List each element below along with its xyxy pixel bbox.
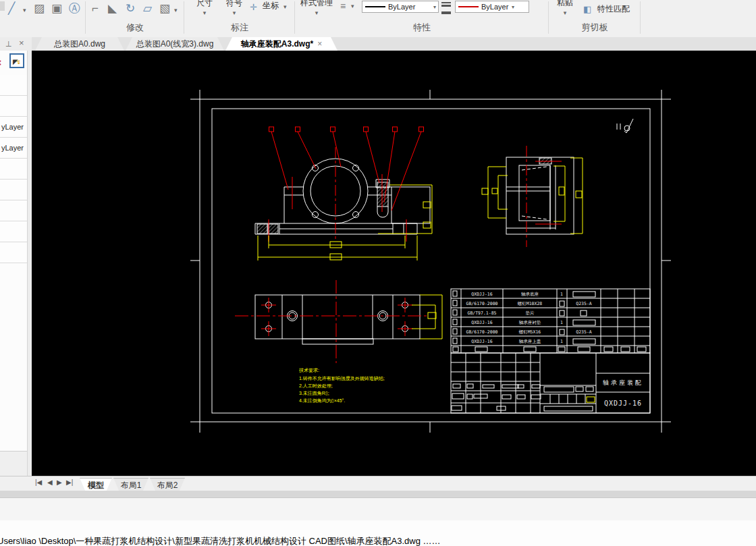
tab-layout1[interactable]: 布局1	[113, 478, 148, 492]
tech-line: 2.人工时效处理;	[299, 383, 333, 389]
doc-tab-2[interactable]: 总装图A0(线宽3).dwg	[126, 37, 224, 51]
line-icon[interactable]: ╱	[8, 1, 15, 16]
text-arc-icon[interactable]: Ⓐ	[69, 1, 80, 16]
match-properties-icon: ◧	[583, 2, 591, 17]
doc-tab-3-active[interactable]: 轴承座装配A3.dwg*×	[225, 37, 338, 51]
command-window[interactable]	[0, 497, 756, 521]
doc-tab-1[interactable]: 总装图A0.dwg	[35, 37, 124, 51]
ribbon-panel-modify: ⌐ ◣ ↻ ▱ ▧ ▾ 修改	[86, 0, 184, 37]
technical-requirements[interactable]: 技术要求: 1.铸件不允许有影响强度及外观铸造缺陷; 2.人工时效处理; 3.未…	[298, 368, 385, 404]
color-value: ByLayer	[481, 3, 510, 11]
bom-code: GB/6170-2000	[466, 301, 498, 306]
color-sample	[458, 6, 479, 7]
last-tab-icon[interactable]: ▶|	[66, 479, 73, 486]
document-tab-bar: ⊤ × 总装图A0.dwg 总装图A0(线宽3).dwg 轴承座装配A3.dwg…	[0, 37, 756, 51]
linetype-value: ByLayer	[388, 3, 431, 11]
drawing-title[interactable]: 轴承座装配	[603, 379, 643, 386]
bom-name: 垫片	[526, 310, 535, 316]
match-properties-button[interactable]: 特性匹配	[593, 3, 634, 15]
dimension-text-box	[482, 188, 488, 194]
palette-header: ⊤ ×	[0, 37, 32, 51]
palette-row[interactable]	[0, 75, 27, 96]
dimension-text-box	[559, 187, 564, 195]
tech-line: 4.未注倒角均为▯×45°.	[299, 398, 345, 404]
modify-dropdown-icon[interactable]: ▾	[174, 7, 178, 13]
palette-scrollbar[interactable]	[27, 51, 32, 476]
palette-row[interactable]	[0, 221, 27, 242]
ribbon-panel-draw: ╱ ▾ ▨ ▣ Ⓐ	[3, 0, 84, 37]
coordinate-icon[interactable]: ✛	[250, 0, 257, 15]
hatch-icon[interactable]: ▨	[34, 1, 45, 16]
side-view-centerlines	[526, 146, 562, 247]
chamfer-icon[interactable]: ◣	[108, 1, 117, 16]
tech-line: 1.铸件不允许有影响强度及外观铸造缺陷;	[299, 376, 385, 381]
quick-select-icon[interactable]: ◤↯	[9, 53, 24, 68]
front-view[interactable]	[255, 159, 430, 234]
side-view-dimensions[interactable]	[482, 158, 583, 234]
palette-row[interactable]	[0, 242, 27, 263]
doc-tab-close-icon[interactable]: ×	[317, 39, 322, 49]
symbol-button[interactable]: 符号▾	[223, 0, 246, 16]
palette-row[interactable]	[0, 180, 27, 200]
cad-drawing[interactable]: QXDJJ-16 轴承底座 1 GB/6170-2000 螺钉M10X28 Q2…	[32, 51, 756, 476]
tab-layout1-label: 布局1	[121, 481, 142, 490]
line-dropdown-icon[interactable]: ▾	[23, 7, 26, 13]
hatch-edit-icon[interactable]: ▧	[159, 1, 170, 16]
linetype-select[interactable]: ByLayer ▾	[362, 1, 439, 13]
bom-name: 轴承底座	[521, 292, 539, 297]
box-icon[interactable]: ▱	[143, 1, 152, 16]
side-view[interactable]	[506, 157, 574, 234]
palette-row[interactable]: yLayer	[0, 138, 27, 159]
pin-icon[interactable]: ⊤	[5, 39, 12, 48]
lineweight-icon[interactable]	[441, 2, 451, 14]
palette-row[interactable]: yLayer	[0, 117, 27, 138]
palette-row[interactable]	[0, 200, 27, 221]
style-manager-button[interactable]: 样式管理▾	[297, 0, 336, 16]
cad-app-window: ╱ ▾ ▨ ▣ Ⓐ ⌐ ◣ ↻ ▱ ▧ ▾ 修改 尺寸▾ 符号▾ ✛	[0, 0, 756, 546]
main-area: × ◤↯ yLayer yLayer	[0, 51, 756, 476]
color-select[interactable]: ByLayer ▾	[455, 1, 529, 13]
roughness-symbol	[617, 119, 633, 133]
dimension-button[interactable]: 尺寸▾	[193, 0, 216, 16]
dimension-text-box	[423, 202, 431, 208]
first-tab-icon[interactable]: |◀	[35, 479, 42, 486]
tab-layout2[interactable]: 布局2	[150, 478, 185, 492]
tech-title: 技术要求:	[298, 368, 319, 373]
list-icon[interactable]: ≡	[340, 0, 346, 13]
next-tab-icon[interactable]: ▶	[57, 479, 62, 486]
doc-tab-2-label: 总装图A0(线宽3).dwg	[136, 39, 214, 49]
tab-model[interactable]: 模型	[80, 478, 112, 492]
palette-row[interactable]	[0, 96, 27, 117]
palette-row[interactable]	[0, 159, 27, 180]
coordinate-dropdown-icon[interactable]: ▾	[284, 3, 287, 10]
rotate-icon[interactable]: ↻	[126, 1, 135, 16]
palette-close-icon[interactable]: ×	[19, 38, 24, 48]
prev-tab-icon[interactable]: ◀	[47, 479, 53, 486]
palette-toolbar: × ◤↯	[0, 51, 27, 75]
bom-qty: 1	[560, 339, 563, 344]
drawing-canvas[interactable]: QXDJJ-16 轴承底座 1 GB/6170-2000 螺钉M10X28 Q2…	[32, 51, 756, 476]
block-icon[interactable]: ▣	[51, 1, 62, 16]
status-bar: Users\liao \Desktop\一种果蔬打浆机结构设计\新型果蔬清洗打浆…	[0, 520, 756, 546]
ribbon-panel-annotate: 尺寸▾ 符号▾ ✛ 坐标 ▾ 标注	[185, 0, 294, 37]
plan-view-centerlines	[235, 280, 427, 363]
plan-view[interactable]	[255, 295, 420, 344]
bom-name: 轴承座衬垫	[519, 320, 541, 325]
drawing-number[interactable]: QXDJJ-16	[604, 400, 642, 407]
plan-view-dimensions[interactable]	[412, 295, 442, 339]
tech-line: 3.未注圆角R▯;	[299, 390, 329, 396]
fillet-icon[interactable]: ⌐	[92, 1, 99, 16]
properties-palette[interactable]: × ◤↯ yLayer yLayer	[0, 51, 27, 476]
list-dropdown-icon[interactable]: ▾	[351, 3, 354, 9]
doc-tab-3-label: 轴承座装配A3.dwg*	[241, 39, 313, 49]
bom-name: 螺钉M5X16	[519, 329, 541, 335]
ribbon-panel-properties: 样式管理▾ ≡ ▾ ByLayer ▾ ByLayer ▾ 特性	[296, 0, 548, 37]
paste-button[interactable]: 粘贴▾	[554, 0, 576, 16]
bom-code: GB/T97.1-85	[467, 310, 496, 316]
paste-button-label: 粘贴	[557, 0, 573, 7]
file-path-text: Users\liao \Desktop\一种果蔬打浆机结构设计\新型果蔬清洗打浆…	[0, 535, 441, 546]
erase-icon[interactable]: ×	[0, 57, 1, 68]
coordinate-button-label: 坐标	[263, 1, 279, 10]
coordinate-button[interactable]: 坐标	[261, 0, 281, 11]
linetype-dropdown-icon: ▾	[431, 4, 438, 10]
